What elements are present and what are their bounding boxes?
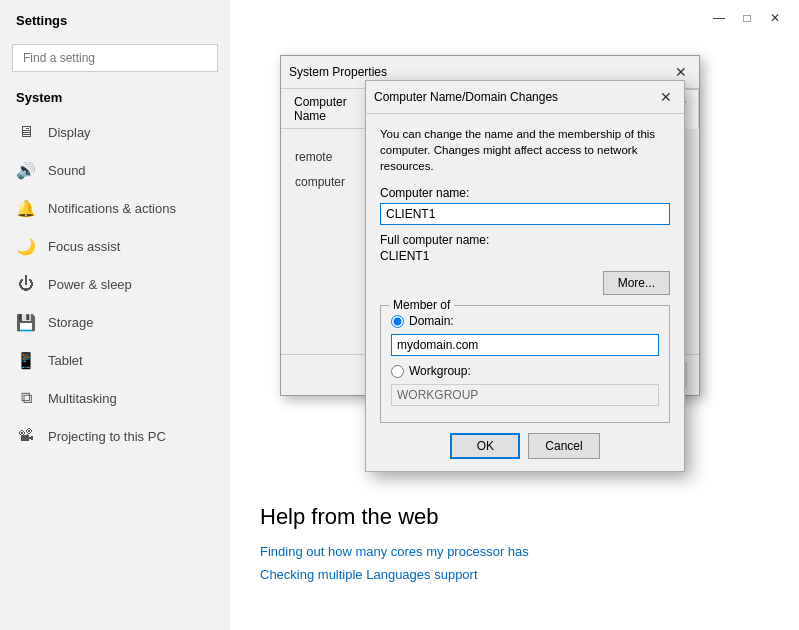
cn-domain-radio[interactable]: [391, 315, 404, 328]
cn-member-legend: Member of: [389, 298, 454, 312]
sidebar-item-label: Display: [48, 125, 91, 140]
sidebar-item-notifications[interactable]: 🔔 Notifications & actions: [0, 189, 230, 227]
cn-cancel-button[interactable]: Cancel: [528, 433, 599, 459]
cn-workgroup-radio[interactable]: [391, 365, 404, 378]
sidebar-item-label: Projecting to this PC: [48, 429, 166, 444]
display-icon: 🖥: [16, 122, 36, 142]
help-title: Help from the web: [260, 504, 789, 530]
sound-icon: 🔊: [16, 160, 36, 180]
system-properties-title: System Properties: [289, 65, 387, 79]
help-link-2[interactable]: Checking multiple Languages support: [260, 567, 789, 582]
help-section: Help from the web Finding out how many c…: [260, 504, 789, 590]
cn-ok-button[interactable]: OK: [450, 433, 520, 459]
power-icon: ⏻: [16, 274, 36, 294]
close-button[interactable]: ✕: [763, 6, 787, 30]
cn-workgroup-row: Workgroup:: [391, 364, 659, 378]
sidebar-item-multitasking[interactable]: ⧉ Multitasking: [0, 379, 230, 417]
sidebar-item-label: Focus assist: [48, 239, 120, 254]
maximize-button[interactable]: □: [735, 6, 759, 30]
minimize-button[interactable]: —: [707, 6, 731, 30]
cn-full-name-value: CLIENT1: [380, 249, 670, 263]
sidebar-item-focus[interactable]: 🌙 Focus assist: [0, 227, 230, 265]
notifications-icon: 🔔: [16, 198, 36, 218]
computer-name-titlebar: Computer Name/Domain Changes ✕: [366, 81, 684, 114]
tab-computer-name[interactable]: Computer Name: [281, 89, 374, 128]
cn-domain-input[interactable]: [391, 334, 659, 356]
sidebar-item-label: Sound: [48, 163, 86, 178]
sidebar-search-container: [12, 44, 218, 72]
cn-member-section: Member of Domain: Workgroup:: [380, 305, 670, 423]
sidebar-item-tablet[interactable]: 📱 Tablet: [0, 341, 230, 379]
multitasking-icon: ⧉: [16, 388, 36, 408]
sidebar-titlebar: Settings: [0, 0, 230, 40]
main-titlebar: — □ ✕: [230, 0, 799, 36]
sidebar-item-label: Multitasking: [48, 391, 117, 406]
app-title: Settings: [16, 13, 67, 28]
cn-full-name-label: Full computer name:: [380, 233, 670, 247]
sidebar-item-power[interactable]: ⏻ Power & sleep: [0, 265, 230, 303]
cn-more-button[interactable]: More...: [603, 271, 670, 295]
cn-domain-row: Domain:: [391, 314, 659, 328]
sidebar-item-sound[interactable]: 🔊 Sound: [0, 151, 230, 189]
projecting-icon: 📽: [16, 426, 36, 446]
cn-domain-label: Domain:: [409, 314, 454, 328]
main-content: — □ ✕ System Properties ✕ Computer Name …: [230, 0, 799, 630]
sidebar-item-storage[interactable]: 💾 Storage: [0, 303, 230, 341]
cn-computer-name-label: Computer name:: [380, 186, 670, 200]
sp-remote-text: remote: [295, 150, 332, 164]
sidebar-item-label: Tablet: [48, 353, 83, 368]
sidebar-item-label: Storage: [48, 315, 94, 330]
focus-icon: 🌙: [16, 236, 36, 256]
cn-workgroup-label: Workgroup:: [409, 364, 471, 378]
computer-name-dialog: Computer Name/Domain Changes ✕ You can c…: [365, 80, 685, 472]
cn-computer-name-input[interactable]: [380, 203, 670, 225]
sp-computer-text: computer: [295, 175, 345, 189]
cn-info-text: You can change the name and the membersh…: [380, 126, 670, 174]
computer-name-content: You can change the name and the membersh…: [366, 114, 684, 471]
computer-name-close-button[interactable]: ✕: [656, 87, 676, 107]
tablet-icon: 📱: [16, 350, 36, 370]
system-properties-close-button[interactable]: ✕: [671, 62, 691, 82]
sidebar-item-projecting[interactable]: 📽 Projecting to this PC: [0, 417, 230, 455]
sidebar-item-label: Notifications & actions: [48, 201, 176, 216]
sidebar-section-title: System: [0, 82, 230, 113]
sidebar-item-label: Power & sleep: [48, 277, 132, 292]
help-link-1[interactable]: Finding out how many cores my processor …: [260, 544, 789, 559]
cn-workgroup-input: [391, 384, 659, 406]
cn-more-btn-row: More...: [380, 271, 670, 295]
storage-icon: 💾: [16, 312, 36, 332]
sidebar-item-display[interactable]: 🖥 Display: [0, 113, 230, 151]
search-input[interactable]: [12, 44, 218, 72]
cn-buttons-row: OK Cancel: [380, 433, 670, 459]
computer-name-title: Computer Name/Domain Changes: [374, 90, 558, 104]
sidebar: Settings System 🖥 Display 🔊 Sound 🔔 Noti…: [0, 0, 230, 630]
